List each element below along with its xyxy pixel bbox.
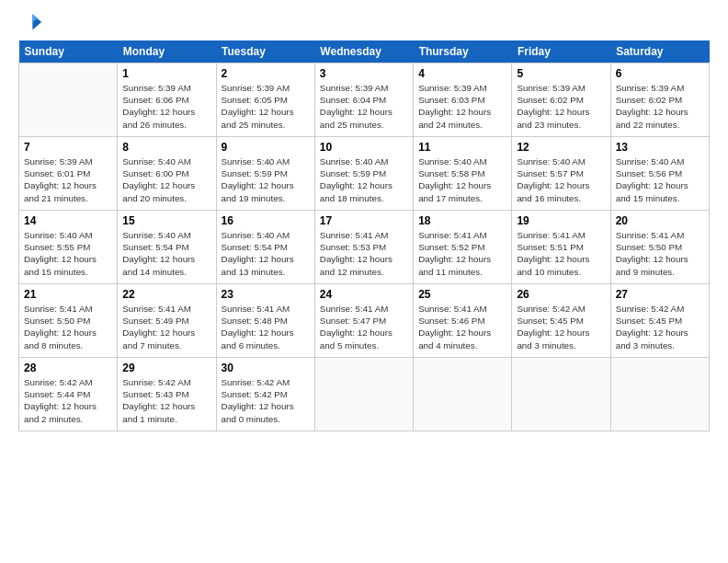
page-header	[18, 9, 710, 35]
calendar-table: SundayMondayTuesdayWednesdayThursdayFrid…	[18, 40, 710, 431]
calendar-cell: 14Sunrise: 5:40 AM Sunset: 5:55 PM Dayli…	[19, 211, 118, 284]
calendar-cell: 30Sunrise: 5:42 AM Sunset: 5:42 PM Dayli…	[216, 358, 314, 431]
day-number: 15	[122, 214, 210, 227]
day-info: Sunrise: 5:41 AM Sunset: 5:47 PM Dayligh…	[320, 303, 408, 351]
day-info: Sunrise: 5:41 AM Sunset: 5:50 PM Dayligh…	[616, 229, 704, 278]
calendar-week-3: 14Sunrise: 5:40 AM Sunset: 5:55 PM Dayli…	[19, 211, 710, 284]
day-number: 14	[24, 214, 112, 227]
day-number: 2	[222, 67, 310, 80]
calendar-cell: 21Sunrise: 5:41 AM Sunset: 5:50 PM Dayli…	[19, 284, 118, 358]
calendar-cell: 1Sunrise: 5:39 AM Sunset: 6:06 PM Daylig…	[118, 63, 216, 137]
calendar-cell	[414, 358, 512, 431]
header-friday: Friday	[512, 40, 610, 63]
calendar-cell: 23Sunrise: 5:41 AM Sunset: 5:48 PM Dayli…	[216, 284, 314, 358]
day-info: Sunrise: 5:40 AM Sunset: 6:00 PM Dayligh…	[122, 155, 210, 204]
day-number: 12	[517, 141, 605, 154]
calendar-week-1: 1Sunrise: 5:39 AM Sunset: 6:06 PM Daylig…	[19, 63, 710, 137]
day-number: 21	[24, 288, 112, 301]
calendar-cell: 12Sunrise: 5:40 AM Sunset: 5:57 PM Dayli…	[512, 137, 610, 211]
calendar-cell: 20Sunrise: 5:41 AM Sunset: 5:50 PM Dayli…	[610, 211, 709, 284]
day-number: 24	[320, 288, 408, 301]
day-info: Sunrise: 5:40 AM Sunset: 5:59 PM Dayligh…	[320, 155, 408, 204]
calendar-cell: 9Sunrise: 5:40 AM Sunset: 5:59 PM Daylig…	[216, 137, 314, 211]
calendar-cell: 25Sunrise: 5:41 AM Sunset: 5:46 PM Dayli…	[414, 284, 512, 358]
calendar-cell: 15Sunrise: 5:40 AM Sunset: 5:54 PM Dayli…	[118, 211, 216, 284]
day-info: Sunrise: 5:42 AM Sunset: 5:45 PM Dayligh…	[517, 303, 605, 351]
day-number: 16	[222, 214, 310, 227]
logo-icon	[18, 9, 44, 35]
day-info: Sunrise: 5:42 AM Sunset: 5:43 PM Dayligh…	[122, 376, 210, 425]
day-info: Sunrise: 5:41 AM Sunset: 5:50 PM Dayligh…	[24, 303, 112, 351]
day-info: Sunrise: 5:39 AM Sunset: 6:04 PM Dayligh…	[320, 82, 408, 131]
day-info: Sunrise: 5:39 AM Sunset: 6:02 PM Dayligh…	[616, 82, 704, 131]
day-number: 23	[222, 288, 310, 301]
day-info: Sunrise: 5:40 AM Sunset: 5:54 PM Dayligh…	[222, 229, 310, 278]
day-number: 18	[418, 214, 506, 227]
day-number: 26	[517, 288, 605, 301]
calendar-week-4: 21Sunrise: 5:41 AM Sunset: 5:50 PM Dayli…	[19, 284, 710, 358]
header-thursday: Thursday	[414, 40, 512, 63]
calendar-cell: 5Sunrise: 5:39 AM Sunset: 6:02 PM Daylig…	[512, 63, 610, 137]
day-info: Sunrise: 5:40 AM Sunset: 5:58 PM Dayligh…	[418, 155, 506, 204]
header-monday: Monday	[118, 40, 216, 63]
day-number: 8	[122, 141, 210, 154]
day-info: Sunrise: 5:41 AM Sunset: 5:46 PM Dayligh…	[418, 303, 506, 351]
header-sunday: Sunday	[19, 40, 118, 63]
calendar-cell	[610, 358, 709, 431]
day-number: 13	[616, 141, 704, 154]
day-number: 27	[616, 288, 704, 301]
day-number: 1	[122, 67, 210, 80]
calendar-week-5: 28Sunrise: 5:42 AM Sunset: 5:44 PM Dayli…	[19, 358, 710, 431]
day-info: Sunrise: 5:39 AM Sunset: 6:05 PM Dayligh…	[222, 82, 310, 131]
calendar-cell: 8Sunrise: 5:40 AM Sunset: 6:00 PM Daylig…	[118, 137, 216, 211]
day-info: Sunrise: 5:40 AM Sunset: 5:57 PM Dayligh…	[517, 155, 605, 204]
calendar-cell: 26Sunrise: 5:42 AM Sunset: 5:45 PM Dayli…	[512, 284, 610, 358]
calendar-cell: 11Sunrise: 5:40 AM Sunset: 5:58 PM Dayli…	[414, 137, 512, 211]
calendar-cell: 19Sunrise: 5:41 AM Sunset: 5:51 PM Dayli…	[512, 211, 610, 284]
day-info: Sunrise: 5:39 AM Sunset: 6:03 PM Dayligh…	[418, 82, 506, 131]
day-number: 25	[418, 288, 506, 301]
day-number: 28	[24, 362, 112, 374]
calendar-cell: 2Sunrise: 5:39 AM Sunset: 6:05 PM Daylig…	[216, 63, 314, 137]
day-number: 10	[320, 141, 408, 154]
day-info: Sunrise: 5:40 AM Sunset: 5:59 PM Dayligh…	[222, 155, 310, 204]
day-info: Sunrise: 5:41 AM Sunset: 5:52 PM Dayligh…	[418, 229, 506, 278]
day-number: 30	[222, 362, 310, 374]
calendar-cell: 4Sunrise: 5:39 AM Sunset: 6:03 PM Daylig…	[414, 63, 512, 137]
day-info: Sunrise: 5:41 AM Sunset: 5:53 PM Dayligh…	[320, 229, 408, 278]
calendar-cell	[19, 63, 118, 137]
calendar-cell: 13Sunrise: 5:40 AM Sunset: 5:56 PM Dayli…	[610, 137, 709, 211]
day-number: 19	[517, 214, 605, 227]
calendar-cell: 6Sunrise: 5:39 AM Sunset: 6:02 PM Daylig…	[610, 63, 709, 137]
calendar-header-row: SundayMondayTuesdayWednesdayThursdayFrid…	[19, 40, 710, 63]
calendar-cell	[512, 358, 610, 431]
day-number: 20	[616, 214, 704, 227]
day-info: Sunrise: 5:42 AM Sunset: 5:45 PM Dayligh…	[616, 303, 704, 351]
calendar-cell: 3Sunrise: 5:39 AM Sunset: 6:04 PM Daylig…	[314, 63, 413, 137]
day-info: Sunrise: 5:42 AM Sunset: 5:44 PM Dayligh…	[24, 376, 112, 425]
day-info: Sunrise: 5:39 AM Sunset: 6:06 PM Dayligh…	[122, 82, 210, 131]
day-info: Sunrise: 5:39 AM Sunset: 6:01 PM Dayligh…	[24, 155, 112, 204]
day-info: Sunrise: 5:39 AM Sunset: 6:02 PM Dayligh…	[517, 82, 605, 131]
logo	[18, 9, 48, 35]
day-info: Sunrise: 5:40 AM Sunset: 5:54 PM Dayligh…	[122, 229, 210, 278]
day-number: 22	[122, 288, 210, 301]
day-number: 17	[320, 214, 408, 227]
calendar-cell: 24Sunrise: 5:41 AM Sunset: 5:47 PM Dayli…	[314, 284, 413, 358]
day-number: 6	[616, 67, 704, 80]
day-number: 29	[122, 362, 210, 374]
day-number: 7	[24, 141, 112, 154]
calendar-cell: 29Sunrise: 5:42 AM Sunset: 5:43 PM Dayli…	[118, 358, 216, 431]
day-number: 9	[222, 141, 310, 154]
header-saturday: Saturday	[610, 40, 709, 63]
calendar-week-2: 7Sunrise: 5:39 AM Sunset: 6:01 PM Daylig…	[19, 137, 710, 211]
calendar-cell: 7Sunrise: 5:39 AM Sunset: 6:01 PM Daylig…	[19, 137, 118, 211]
calendar-cell: 18Sunrise: 5:41 AM Sunset: 5:52 PM Dayli…	[414, 211, 512, 284]
calendar-cell: 16Sunrise: 5:40 AM Sunset: 5:54 PM Dayli…	[216, 211, 314, 284]
header-tuesday: Tuesday	[216, 40, 314, 63]
calendar-cell: 28Sunrise: 5:42 AM Sunset: 5:44 PM Dayli…	[19, 358, 118, 431]
header-wednesday: Wednesday	[314, 40, 413, 63]
day-info: Sunrise: 5:42 AM Sunset: 5:42 PM Dayligh…	[222, 376, 310, 425]
day-info: Sunrise: 5:41 AM Sunset: 5:48 PM Dayligh…	[222, 303, 310, 351]
day-number: 4	[418, 67, 506, 80]
